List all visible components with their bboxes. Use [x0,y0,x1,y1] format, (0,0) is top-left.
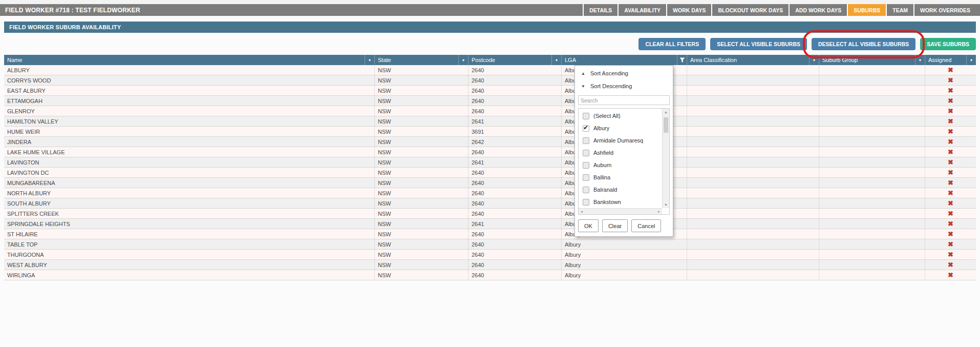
checkbox-icon[interactable] [583,199,589,206]
scroll-down-icon[interactable]: ▼ [663,201,669,208]
tab-work-overrides[interactable]: WORK OVERRIDES [913,4,976,16]
column-header-assigned[interactable]: Assigned▼ [925,55,976,65]
table-row[interactable]: LAKE HUME VILLAGENSW2640Albury✖ [4,147,976,157]
filter-option-balranald[interactable]: Balranald [579,183,662,196]
checkbox-icon[interactable] [583,150,589,156]
assigned-x-icon[interactable]: ✖ [948,97,953,104]
assigned-x-icon[interactable]: ✖ [948,118,953,125]
clear-all-filters-button[interactable]: CLEAR ALL FILTERS [638,38,706,50]
assigned-x-icon[interactable]: ✖ [948,87,953,94]
filter-option-armidale-dumaresq[interactable]: Armidale Dumaresq [579,134,662,147]
checkbox-icon[interactable] [583,137,589,144]
table-row[interactable]: JINDERANSW2642Albury✖ [4,137,976,147]
filter-option-bankstown[interactable]: Bankstown [579,196,662,208]
sort-descending-item[interactable]: ▼ Sort Descending [575,81,673,91]
tab-work-days[interactable]: WORK DAYS [666,4,711,16]
filter-arrow-icon-state[interactable]: ▼ [458,55,468,65]
scroll-left-icon[interactable]: ◄ [579,209,585,214]
scroll-right-icon[interactable]: ► [656,209,662,214]
select-all-visible-suburbs-button[interactable]: SELECT ALL VISIBLE SUBURBS [710,38,807,50]
table-row[interactable]: WIRLINGANSW2640Albury✖ [4,270,976,280]
table-row[interactable]: THURGOONANSW2640Albury✖ [4,250,976,260]
table-row[interactable]: ALBURYNSW2640Albury✖ [4,65,976,75]
assigned-x-icon[interactable]: ✖ [948,272,953,278]
tab-suburbs[interactable]: SUBURBS [847,4,886,16]
assigned-x-icon[interactable]: ✖ [948,108,953,114]
column-header-lga[interactable]: LGA [562,55,687,65]
assigned-x-icon[interactable]: ✖ [948,67,953,73]
table-row[interactable]: ST HILAIRENSW2640Albury✖ [4,229,976,239]
tab-details[interactable]: DETAILS [583,4,617,16]
clear-button[interactable]: Clear [602,219,628,232]
assigned-x-icon[interactable]: ✖ [948,128,953,135]
filter-option-ashfield[interactable]: Ashfield [579,147,662,159]
table-row[interactable]: EAST ALBURYNSW2640Albury✖ [4,86,976,96]
sort-ascending-item[interactable]: ▲ Sort Ascending [575,68,673,78]
assigned-x-icon[interactable]: ✖ [948,190,953,196]
scrollbar-thumb[interactable] [664,117,668,133]
save-suburbs-button[interactable]: SAVE SUBURBS [920,38,976,50]
assigned-x-icon[interactable]: ✖ [948,261,953,268]
vertical-scrollbar[interactable]: ▲ ▼ [662,109,669,208]
deselect-all-visible-suburbs-button[interactable]: DESELECT ALL VISIBLE SUBURBS [812,38,915,50]
assigned-x-icon[interactable]: ✖ [948,231,953,237]
cell-suburb-group [819,209,925,218]
column-header-suburb-group[interactable]: Suburb Group▼ [819,55,925,65]
assigned-x-icon[interactable]: ✖ [948,251,953,258]
table-row[interactable]: LAVINGTONNSW2641Albury✖ [4,157,976,168]
filter-arrow-icon-postcode[interactable]: ▼ [551,55,561,65]
filter-option-albury[interactable]: Albury [579,122,662,134]
filter-funnel-icon-lga[interactable] [677,55,687,65]
table-row[interactable]: NORTH ALBURYNSW2640Albury✖ [4,188,976,198]
checkbox-icon[interactable] [583,187,589,193]
table-row[interactable]: TABLE TOPNSW2640Albury✖ [4,239,976,250]
table-row[interactable]: GLENROYNSW2640Albury✖ [4,106,976,116]
column-header-area-classification[interactable]: Area Classification▼ [687,55,819,65]
filter-arrow-icon-suburb-group[interactable]: ▼ [915,55,925,65]
checkbox-icon[interactable] [583,113,589,119]
filter-arrow-icon-area-classification[interactable]: ▼ [809,55,819,65]
table-row[interactable]: SPRINGDALE HEIGHTSNSW2641Albury✖ [4,219,976,229]
column-header-state[interactable]: State▼ [375,55,468,65]
cancel-button[interactable]: Cancel [631,219,661,232]
table-row[interactable]: HUME WEIRNSW3691Albury✖ [4,127,976,137]
assigned-x-icon[interactable]: ✖ [948,241,953,248]
table-row[interactable]: SPLITTERS CREEKNSW2640Albury✖ [4,209,976,219]
table-row[interactable]: ETTAMOGAHNSW2640Albury✖ [4,96,976,106]
tab-blockout-work-days[interactable]: BLOCKOUT WORK DAYS [711,4,789,16]
assigned-x-icon[interactable]: ✖ [948,210,953,217]
filter-search-input[interactable] [578,95,670,105]
filter-option-select-all[interactable]: (Select All) [579,110,662,122]
tab-add-work-days[interactable]: ADD WORK DAYS [789,4,847,16]
table-row[interactable]: CORRYS WOODNSW2640Albury✖ [4,75,976,86]
filter-option-auburn[interactable]: Auburn [579,159,662,171]
assigned-x-icon[interactable]: ✖ [948,220,953,227]
filter-arrow-icon-assigned[interactable]: ▼ [966,55,976,65]
assigned-x-icon[interactable]: ✖ [948,77,953,84]
tab-availability[interactable]: AVAILABILITY [617,4,666,16]
assigned-x-icon[interactable]: ✖ [948,138,953,145]
filter-option-ballina[interactable]: Ballina [579,171,662,183]
assigned-x-icon[interactable]: ✖ [948,149,953,155]
tab-team[interactable]: TEAM [886,4,913,16]
checkbox-icon[interactable] [583,174,589,181]
cell-assigned: ✖ [925,219,976,229]
assigned-x-icon[interactable]: ✖ [948,159,953,166]
assigned-x-icon[interactable]: ✖ [948,169,953,176]
scroll-up-icon[interactable]: ▲ [663,109,669,115]
table-row[interactable]: SOUTH ALBURYNSW2640Albury✖ [4,198,976,209]
checkbox-checked-icon[interactable] [583,125,589,132]
table-row[interactable]: MUNGABAREENANSW2640Albury✖ [4,178,976,188]
table-row[interactable]: WEST ALBURYNSW2640Albury✖ [4,260,976,270]
table-row[interactable]: LAVINGTON DCNSW2640Albury✖ [4,168,976,178]
table-row[interactable]: HAMILTON VALLEYNSW2641Albury✖ [4,116,976,127]
filter-arrow-icon-name[interactable]: ▼ [365,55,374,65]
assigned-x-icon[interactable]: ✖ [948,200,953,207]
checkbox-icon[interactable] [583,162,589,169]
horizontal-scrollbar[interactable]: ◄ ► [579,208,662,214]
column-header-name[interactable]: Name▼ [4,55,375,65]
assigned-x-icon[interactable]: ✖ [948,179,953,186]
ok-button[interactable]: OK [578,219,599,232]
column-header-postcode[interactable]: Postcode▼ [468,55,562,65]
cell-name: EAST ALBURY [4,86,375,95]
